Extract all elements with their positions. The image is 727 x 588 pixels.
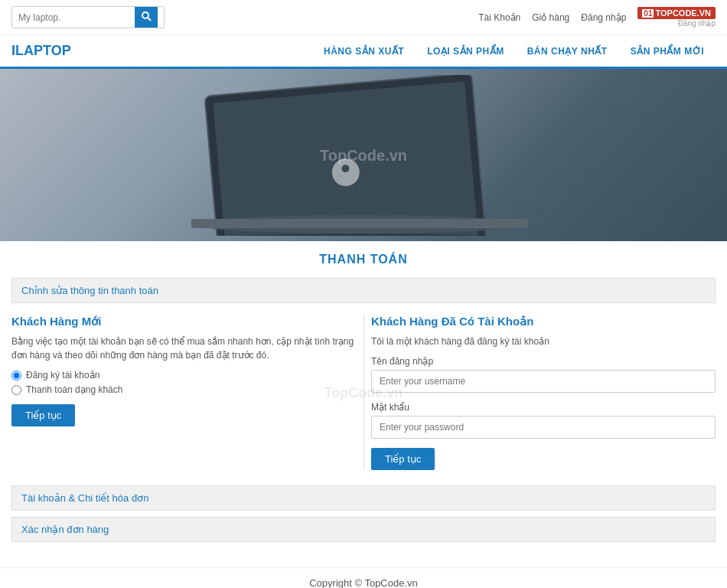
section-bar-edit: Chỉnh sửa thông tin thanh toán <box>11 278 716 303</box>
topcode-logo: 01 TOPCODE.VN <box>637 7 716 19</box>
cart-link[interactable]: Giỏ hàng <box>532 12 569 23</box>
existing-customer-title: Khách Hàng Đã Có Tài Khoản <box>371 315 716 328</box>
nav-item-san-pham-moi[interactable]: SẢN PHẨM MỚI <box>619 37 716 66</box>
existing-customer-description: Tôi là một khách hàng đã đăng ký tài kho… <box>371 335 716 348</box>
radio-guest-input[interactable] <box>11 385 21 395</box>
top-links: Tài Khoản Giỏ hàng Đăng nhập 01 TOPCODE.… <box>478 7 716 28</box>
radio-guest-label: Thanh toán dạng khách <box>26 384 122 395</box>
password-input[interactable] <box>371 416 716 439</box>
username-group: Tên đăng nhập <box>371 356 716 393</box>
col-divider <box>364 315 364 470</box>
logo-sub: Đăng nhập <box>678 19 716 28</box>
new-customer-description: Bằng việc tạo một tài khoản bạn sẽ có th… <box>11 335 356 362</box>
svg-rect-3 <box>213 81 478 236</box>
password-group: Mật khẩu <box>371 402 716 439</box>
new-customer-continue-button[interactable]: Tiếp tục <box>11 404 75 426</box>
nav-links: HÀNG SẢN XUẤT LOẠI SẢN PHẨM BÁN CHẠY NHẤ… <box>312 37 716 66</box>
radio-guest[interactable]: Thanh toán dạng khách <box>11 384 356 395</box>
section-bar-account[interactable]: Tài khoản & Chi tiết hóa đơn <box>11 485 716 511</box>
search-input[interactable] <box>12 8 135 27</box>
copyright: Copyright © TopCode.vn <box>0 567 727 588</box>
svg-line-1 <box>148 18 152 21</box>
col-existing-customer: Khách Hàng Đã Có Tài Khoản Tôi là một kh… <box>371 315 716 470</box>
two-col-layout: TopCode.vn Khách Hàng Mới Bằng việc tạo … <box>11 315 716 470</box>
radio-register[interactable]: Đăng ký tài khoản <box>11 370 356 381</box>
password-label: Mật khẩu <box>371 402 716 413</box>
search-box[interactable] <box>11 6 165 28</box>
radio-group: Đăng ký tài khoản Thanh toán dạng khách <box>11 370 356 395</box>
radio-register-input[interactable] <box>11 371 21 381</box>
new-customer-title: Khách Hàng Mới <box>11 315 356 328</box>
hero-laptop-svg <box>134 75 593 236</box>
svg-rect-7 <box>191 219 528 228</box>
search-button[interactable] <box>135 7 158 28</box>
hero-banner: TopCode.vn <box>0 69 727 241</box>
main-nav: ILAPTOP HÀNG SẢN XUẤT LOẠI SẢN PHẨM BÁN … <box>0 35 727 69</box>
page-title: THANH TOÁN <box>0 241 727 278</box>
topcode-logo-container: 01 TOPCODE.VN Đăng nhập <box>637 7 716 28</box>
logo-number: 01 <box>642 9 654 18</box>
nav-item-ban-chay-nhat[interactable]: BÁN CHẠY NHẤT <box>516 37 619 66</box>
col-new-customer: Khách Hàng Mới Bằng việc tạo một tài kho… <box>11 315 356 470</box>
top-bar: Tài Khoản Giỏ hàng Đăng nhập 01 TOPCODE.… <box>0 0 727 35</box>
nav-item-loai-san-pham[interactable]: LOẠI SẢN PHẨM <box>416 37 516 66</box>
svg-point-0 <box>142 12 148 18</box>
nav-item-hang-san-xuat[interactable]: HÀNG SẢN XUẤT <box>312 37 416 66</box>
brand-logo[interactable]: ILAPTOP <box>11 35 71 67</box>
content-area: Chỉnh sửa thông tin thanh toán TopCode.v… <box>0 278 727 560</box>
login-link[interactable]: Đăng nhập <box>581 12 626 23</box>
account-link[interactable]: Tài Khoản <box>478 12 520 23</box>
section-bar-confirm[interactable]: Xác nhận đơn hàng <box>11 517 716 542</box>
existing-customer-continue-button[interactable]: Tiếp tục <box>371 448 435 470</box>
username-label: Tên đăng nhập <box>371 356 716 367</box>
logo-name: TOPCODE.VN <box>655 8 711 18</box>
radio-register-label: Đăng ký tài khoản <box>26 370 99 381</box>
username-input[interactable] <box>371 370 716 393</box>
